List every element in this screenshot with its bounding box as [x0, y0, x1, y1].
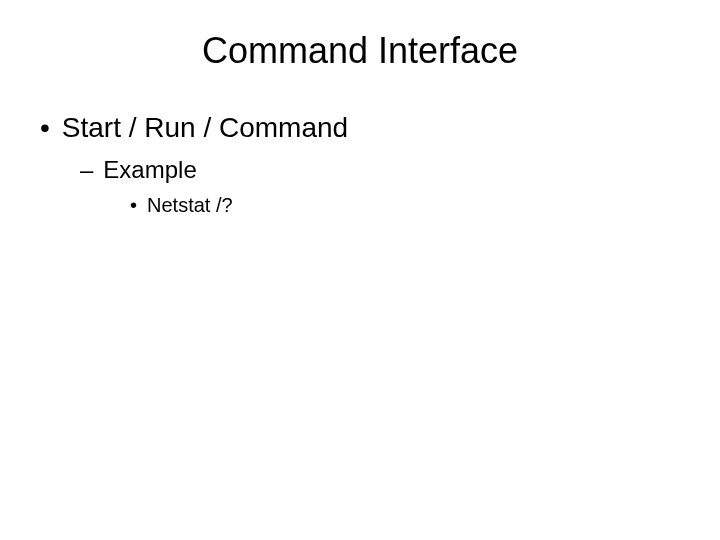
- bullet-text: Example: [103, 156, 196, 184]
- bullet-text: Start / Run / Command: [62, 112, 348, 144]
- bullet-item-level-1: Start / Run / Command: [40, 112, 720, 144]
- slide-title: Command Interface: [0, 30, 720, 72]
- slide-container: Command Interface Start / Run / Command …: [0, 0, 720, 540]
- bullet-item-level-3: Netstat /?: [130, 194, 720, 217]
- bullet-text: Netstat /?: [147, 194, 233, 217]
- bullet-item-level-2: Example: [80, 156, 720, 184]
